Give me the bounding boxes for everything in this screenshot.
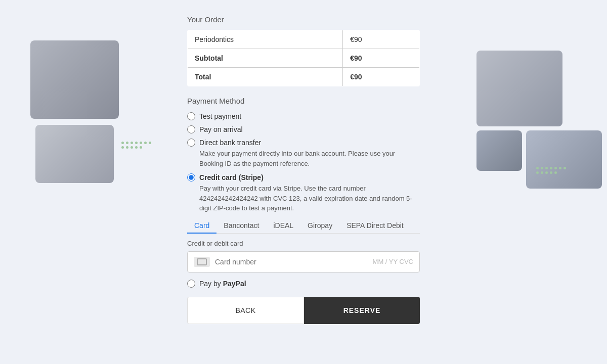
payment-option-arrival: Pay on arrival <box>187 125 420 133</box>
order-item-periodontics: Periodontics <box>188 30 343 49</box>
payment-label-stripe[interactable]: Credit card (Stripe) <box>199 173 264 181</box>
table-row: Periodontics €90 <box>188 30 420 49</box>
right-image-top <box>476 51 562 126</box>
tab-card[interactable]: Card <box>187 218 216 234</box>
payment-label-paypal[interactable]: Pay by PayPal <box>199 280 246 288</box>
table-row: Total €90 <box>188 68 420 86</box>
decorative-dots-right <box>536 167 567 174</box>
order-item-total: Total <box>188 68 343 86</box>
table-row: Subtotal €90 <box>188 49 420 68</box>
card-label: Credit or debit card <box>187 240 420 247</box>
payment-option-paypal: Pay by PayPal <box>187 280 420 288</box>
tab-ideal[interactable]: iDEAL <box>266 218 300 234</box>
payment-desc-bank: Make your payment directly into our bank… <box>199 149 420 168</box>
payment-radio-arrival[interactable] <box>187 125 195 133</box>
order-price-total: €90 <box>343 68 420 86</box>
tab-giropay[interactable]: Giropay <box>300 218 339 234</box>
payment-label-arrival[interactable]: Pay on arrival <box>199 125 243 133</box>
payment-option-bank: Direct bank transfer Make your payment d… <box>187 139 420 168</box>
card-input-container: MM / YY CVC <box>187 251 420 272</box>
card-number-input[interactable] <box>215 258 368 266</box>
order-section-title: Your Order <box>187 15 420 24</box>
tab-bancontact[interactable]: Bancontact <box>216 218 266 234</box>
payment-option-test: Test payment <box>187 112 420 120</box>
payment-label-test[interactable]: Test payment <box>199 112 241 120</box>
reserve-button[interactable]: RESERVE <box>304 297 420 324</box>
payment-label-bank[interactable]: Direct bank transfer <box>199 139 261 147</box>
payment-section-title: Payment Method <box>187 97 420 105</box>
button-row: BACK RESERVE <box>187 297 420 324</box>
left-decorative-images <box>0 40 147 183</box>
left-image-top <box>30 40 119 119</box>
left-image-bottom <box>35 125 114 183</box>
payment-radio-bank[interactable] <box>187 139 195 147</box>
right-image-mid <box>476 130 522 171</box>
payment-tabs: Card Bancontact iDEAL Giropay SEPA Direc… <box>187 218 420 234</box>
payment-desc-stripe: Pay with your credit card via Stripe. Us… <box>199 184 420 213</box>
order-table: Periodontics €90 Subtotal €90 Total €90 <box>187 30 420 86</box>
card-icon <box>194 257 210 267</box>
card-icon-inner <box>197 258 207 265</box>
payment-radio-stripe[interactable] <box>187 173 195 181</box>
back-button[interactable]: BACK <box>187 297 304 324</box>
order-price-periodontics: €90 <box>343 30 420 49</box>
payment-radio-paypal[interactable] <box>187 280 195 288</box>
right-image-bottom <box>526 130 602 189</box>
main-content: Your Order Periodontics €90 Subtotal €90… <box>187 15 420 324</box>
decorative-dots-left <box>121 142 152 149</box>
payment-radio-test[interactable] <box>187 112 195 120</box>
payment-option-stripe: Credit card (Stripe) Pay with your credi… <box>187 173 420 213</box>
card-expiry-cvc: MM / YY CVC <box>373 258 413 265</box>
tab-sepa[interactable]: SEPA Direct Debit <box>339 218 411 234</box>
order-item-subtotal: Subtotal <box>188 49 343 68</box>
order-price-subtotal: €90 <box>343 49 420 68</box>
